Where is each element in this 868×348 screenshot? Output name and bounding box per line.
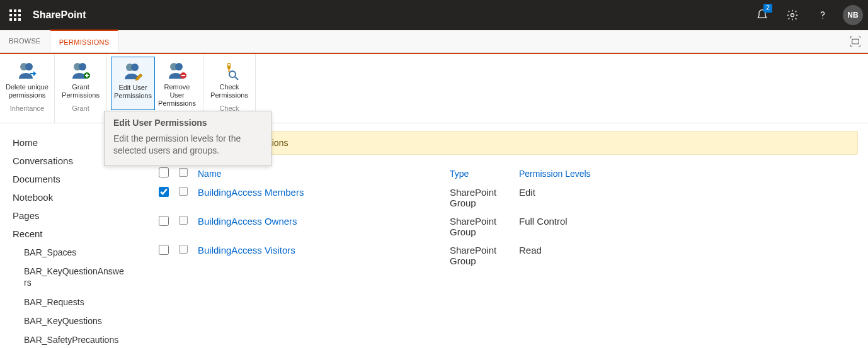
svg-rect-1 [14, 9, 16, 12]
svg-rect-7 [14, 18, 16, 21]
remove-user-permissions-label: Remove User Permissions [158, 83, 196, 107]
nav-pages[interactable]: Pages [13, 206, 139, 225]
svg-rect-3 [9, 14, 12, 16]
col-header-levels[interactable]: Permission Levels [514, 164, 858, 183]
svg-rect-4 [14, 14, 16, 16]
ribbon-tab-bar: BROWSE PERMISSIONS [0, 30, 868, 53]
nav-recent-item[interactable]: BAR_KeyQuestions [13, 312, 139, 330]
nav-documents[interactable]: Documents [13, 170, 139, 188]
row-checkbox[interactable] [159, 245, 169, 255]
svg-point-13 [25, 63, 33, 70]
svg-rect-24 [229, 69, 230, 72]
principal-link[interactable]: BuildingAccess Members [198, 187, 304, 198]
svg-rect-6 [9, 18, 12, 21]
svg-point-10 [822, 18, 823, 18]
principal-type: SharePoint Group [445, 241, 514, 270]
svg-rect-11 [852, 39, 859, 44]
row-checkbox[interactable] [159, 187, 169, 197]
settings-button[interactable] [777, 0, 808, 30]
ribbon-group-grant-label: Grant [59, 102, 103, 113]
tab-permissions[interactable]: PERMISSIONS [50, 30, 119, 52]
ribbon-tooltip: Edit User Permissions Edit the permissio… [104, 111, 271, 166]
svg-rect-8 [18, 18, 21, 21]
edit-user-permissions-button[interactable]: Edit User Permissions [111, 57, 155, 110]
check-permissions-icon [208, 59, 250, 82]
principal-type: SharePoint Group [445, 212, 514, 241]
delete-unique-permissions-button[interactable]: Delete unique permissions [4, 57, 50, 102]
ribbon-group-inheritance-label: Inheritance [4, 102, 50, 113]
principal-link[interactable]: BuildingAccess Owners [198, 216, 297, 227]
tab-browse[interactable]: BROWSE [0, 30, 50, 52]
svg-point-9 [791, 14, 794, 17]
edit-user-permissions-icon [113, 60, 153, 82]
permission-level: Full Control [514, 212, 858, 241]
table-row: BuildingAccess Visitors SharePoint Group… [154, 241, 858, 270]
grant-permissions-label: Grant Permissions [62, 83, 100, 99]
suite-bar: SharePoint 2 NB [0, 0, 868, 30]
notifications-button[interactable]: 2 [747, 0, 777, 30]
app-launcher-icon[interactable] [0, 0, 30, 30]
nav-recent-item[interactable]: BAR_KeyQuestionAnswers [13, 262, 126, 292]
svg-rect-2 [18, 9, 21, 12]
notification-badge: 2 [763, 4, 772, 13]
col-header-name[interactable]: Name [193, 164, 445, 183]
edit-user-permissions-label: Edit User Permissions [114, 84, 152, 99]
table-row: BuildingAccess Members SharePoint Group … [154, 183, 858, 212]
nav-recent-item[interactable]: BAR_Spaces [13, 243, 139, 262]
ribbon-group-grant: Grant Permissions Grant [55, 54, 107, 123]
delete-unique-permissions-icon [5, 59, 49, 82]
delete-unique-permissions-label: Delete unique permissions [6, 83, 49, 99]
svg-rect-5 [18, 14, 21, 16]
principal-link[interactable]: BuildingAccess Visitors [198, 245, 295, 255]
user-avatar[interactable]: NB [843, 5, 863, 25]
svg-point-15 [79, 63, 86, 70]
tooltip-title: Edit User Permissions [113, 118, 262, 128]
row-checkbox[interactable] [159, 216, 169, 226]
nav-recent[interactable]: Recent [13, 225, 139, 243]
nav-recent-item[interactable]: BAR_SafetyPrecautions [13, 330, 139, 348]
svg-point-18 [131, 64, 139, 71]
grant-permissions-button[interactable]: Grant Permissions [59, 57, 103, 102]
group-icon [179, 187, 188, 196]
tooltip-description: Edit the permission levels for the selec… [113, 133, 262, 157]
svg-point-23 [228, 64, 230, 66]
check-permissions-button[interactable]: Check Permissions [207, 57, 251, 102]
select-all-checkbox[interactable] [159, 167, 169, 177]
header-group-icon [179, 168, 188, 177]
permission-level: Read [514, 241, 858, 270]
svg-point-20 [175, 63, 183, 70]
help-button[interactable] [808, 0, 838, 30]
grant-permissions-icon [60, 59, 101, 82]
focus-mode-button[interactable] [848, 34, 863, 49]
group-icon [179, 216, 188, 225]
brand-label: SharePoint [33, 9, 86, 21]
principal-type: SharePoint Group [445, 183, 514, 212]
remove-user-permissions-button[interactable]: Remove User Permissions [155, 57, 199, 110]
nav-notebook[interactable]: Notebook [13, 188, 139, 206]
remove-user-permissions-icon [156, 59, 198, 82]
check-permissions-label: Check Permissions [210, 83, 248, 99]
col-header-type[interactable]: Type [445, 164, 514, 183]
nav-recent-item[interactable]: BAR_Requests [13, 293, 139, 312]
permission-level: Edit [514, 183, 858, 212]
permissions-table: Name Type Permission Levels BuildingAcce… [154, 164, 858, 270]
ribbon-group-inheritance: Delete unique permissions Inheritance [0, 54, 55, 123]
table-row: BuildingAccess Owners SharePoint Group F… [154, 212, 858, 241]
svg-point-25 [229, 71, 236, 77]
group-icon [179, 245, 188, 254]
svg-rect-0 [9, 9, 12, 12]
